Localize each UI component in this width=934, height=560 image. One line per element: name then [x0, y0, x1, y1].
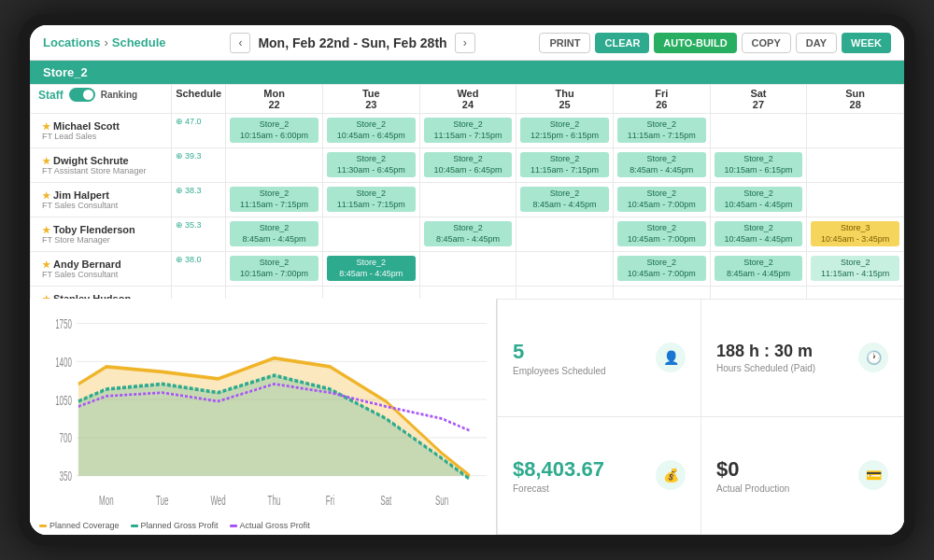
shift-block[interactable]: Store_2 11:15am - 7:15pm — [520, 152, 609, 177]
shift-block[interactable]: Store_2 11:30am - 6:45pm — [327, 152, 416, 177]
hours-value: 38.0 — [185, 255, 202, 264]
day-cell[interactable] — [226, 148, 323, 183]
shift-block[interactable]: Store_2 10:45am - 6:45pm — [327, 118, 416, 143]
breadcrumb-schedule[interactable]: Schedule — [112, 35, 166, 49]
shift-block[interactable]: Store_2 12:15pm - 6:15pm — [520, 118, 609, 143]
shift-block[interactable]: Store_2 8:45am - 4:45pm — [230, 221, 318, 246]
day-cell[interactable]: Store_2 8:45am - 4:45pm — [226, 217, 323, 252]
day-cell[interactable]: Store_2 11:15am - 7:15pm — [613, 114, 710, 148]
day-cell[interactable]: Store_2 10:15am - 7:00pm — [226, 252, 323, 287]
day-cell[interactable] — [226, 287, 323, 300]
shift-block[interactable]: Store_2 11:15am - 7:15pm — [617, 118, 706, 143]
day-cell[interactable] — [517, 252, 614, 287]
day-cell[interactable]: Store_3 10:45am - 3:45pm — [807, 217, 904, 252]
day-cell[interactable]: Store_2 10:45am - 6:45pm — [322, 114, 419, 148]
shift-block[interactable]: Store_2 10:45am - 7:00pm — [617, 221, 706, 246]
breadcrumb-locations[interactable]: Locations — [43, 35, 100, 49]
shift-block[interactable]: Store_2 8:45am - 4:45pm — [715, 256, 803, 281]
day-cell[interactable]: Store_2 8:45am - 4:45pm — [613, 148, 710, 183]
day-cell[interactable]: Store_2 8:45am - 4:45pm — [419, 217, 517, 252]
day-cell[interactable]: Store_2 10:45am - 7:00pm — [613, 252, 710, 287]
day-cell[interactable]: Store_2 11:15am - 7:15pm — [226, 183, 323, 217]
day-view-button[interactable]: DAY — [796, 33, 837, 53]
shift-block[interactable]: Store_2 8:45am - 4:45pm — [617, 152, 706, 177]
stat-actual-content: $0 Actual Production — [716, 457, 789, 494]
emp-type: FT Sales Consultant — [42, 201, 160, 210]
shift-block[interactable]: Store_2 10:45am - 7:00pm — [617, 187, 706, 212]
hours-icon: ⊕ — [176, 151, 183, 161]
day-cell[interactable]: Store_2 8:45am - 4:45pm — [710, 252, 807, 287]
day-cell[interactable] — [419, 287, 517, 300]
day-cell[interactable]: Store_2 11:30am - 6:45pm — [322, 148, 419, 183]
shift-block[interactable]: Store_2 10:15am - 7:00pm — [230, 256, 318, 281]
day-cell[interactable]: Store_2 10:45am - 4:45pm — [710, 217, 807, 252]
day-cell[interactable]: Store_2 11:15am - 7:15pm — [419, 114, 517, 148]
day-header-wed: Wed24 — [419, 85, 517, 114]
emp-type: FT Store Manager — [42, 235, 160, 245]
print-button[interactable]: PRINT — [539, 33, 590, 53]
day-cell[interactable]: Store_2 10:45am - 4:45pm — [710, 183, 807, 217]
day-cell[interactable]: Store_2 10:15am - 6:15pm — [710, 148, 807, 183]
auto-build-button[interactable]: AUTO-BUILD — [654, 33, 736, 53]
day-cell[interactable] — [517, 287, 614, 300]
day-cell[interactable]: Store_2 11:15am - 4:15pm — [807, 252, 904, 287]
day-cell[interactable]: Store_2 8:45am - 4:45pm — [322, 252, 419, 287]
day-cell[interactable]: Store_2 10:15am - 6:00pm — [226, 114, 323, 148]
day-cell[interactable] — [419, 252, 517, 287]
shift-block[interactable]: Store_2 8:45am - 4:45pm — [424, 221, 513, 246]
day-cell[interactable] — [807, 148, 904, 183]
day-cell[interactable]: Store_2 11:15am - 7:15pm — [322, 183, 419, 217]
day-cell[interactable]: Store_2 10:45am - 7:00pm — [613, 183, 710, 217]
stat-hours-value: 188 h : 30 m — [716, 342, 815, 361]
shift-block[interactable]: Store_2 10:45am - 4:45pm — [715, 187, 803, 212]
next-week-button[interactable]: › — [455, 33, 475, 53]
day-cell[interactable]: Store_2 11:15am - 7:15pm — [517, 148, 614, 183]
copy-button[interactable]: COPY — [742, 33, 791, 53]
shift-block[interactable]: Store_3 10:45am - 3:45pm — [811, 221, 899, 246]
shift-block[interactable]: Store_2 10:45am - 7:00pm — [617, 256, 706, 281]
hours-cell: ⊕ 38.3 — [171, 183, 225, 217]
shift-block[interactable]: Store_2 10:15am - 6:00pm — [230, 118, 318, 143]
shift-block[interactable]: Store_2 8:45am - 4:45pm — [520, 187, 609, 212]
stat-hours-content: 188 h : 30 m Hours Scheduled (Paid) — [716, 342, 815, 373]
shift-block[interactable]: Store_2 8:45am - 4:45pm — [327, 256, 416, 281]
shift-time: 10:45am - 7:00pm — [621, 269, 702, 280]
day-cell[interactable] — [613, 287, 710, 300]
employee-cell: ★ Dwight Schrute FT Assistant Store Mana… — [31, 148, 172, 183]
day-cell[interactable]: Store_2 10:45am - 7:00pm — [613, 217, 710, 252]
hours-icon: 🕐 — [858, 343, 888, 372]
ranking-toggle[interactable] — [69, 88, 95, 102]
shift-block[interactable]: Store_2 11:15am - 7:15pm — [327, 187, 416, 212]
shift-store: Store_2 — [718, 223, 800, 234]
top-nav: Locations › Schedule ‹ Mon, Feb 22nd - S… — [30, 25, 904, 61]
day-cell[interactable]: Store_2 12:15pm - 6:15pm — [517, 114, 614, 148]
shift-time: 8:45am - 4:45pm — [621, 165, 702, 176]
day-cell[interactable]: Store_2 10:45am - 6:45pm — [419, 148, 517, 183]
tablet-frame: Locations › Schedule ‹ Mon, Feb 22nd - S… — [19, 14, 915, 546]
clear-button[interactable]: CLEAR — [595, 33, 649, 53]
day-cell[interactable] — [807, 114, 904, 148]
hours-value: 47.0 — [185, 117, 202, 126]
day-cell[interactable] — [710, 114, 807, 148]
day-cell[interactable] — [807, 287, 904, 300]
day-cell[interactable] — [807, 183, 904, 217]
prev-week-button[interactable]: ‹ — [230, 33, 250, 53]
hours-value: 35.3 — [185, 220, 202, 230]
shift-block[interactable]: Store_2 10:45am - 4:45pm — [715, 221, 803, 246]
day-cell[interactable] — [419, 183, 517, 217]
day-cell[interactable] — [517, 217, 614, 252]
day-cell[interactable] — [710, 287, 807, 300]
day-cell[interactable]: Store_2 8:45am - 4:45pm — [517, 183, 614, 217]
shift-block[interactable]: Store_2 11:15am - 4:15pm — [811, 256, 899, 281]
shift-block[interactable]: Store_2 11:15am - 7:15pm — [424, 118, 513, 143]
shift-block[interactable]: Store_2 11:15am - 7:15pm — [230, 187, 318, 212]
shift-block[interactable]: Store_2 10:15am - 6:15pm — [715, 152, 803, 177]
hours-badge: ⊕ 38.3 — [176, 186, 221, 195]
day-cell[interactable] — [322, 287, 419, 300]
date-nav: ‹ Mon, Feb 22nd - Sun, Feb 28th › — [230, 33, 474, 53]
shift-block[interactable]: Store_2 10:45am - 6:45pm — [424, 152, 513, 177]
hours-cell: ⊕ 47.0 — [171, 114, 225, 148]
hours-value: 38.3 — [185, 186, 202, 195]
day-cell[interactable] — [322, 217, 419, 252]
week-view-button[interactable]: WEEK — [842, 33, 891, 53]
